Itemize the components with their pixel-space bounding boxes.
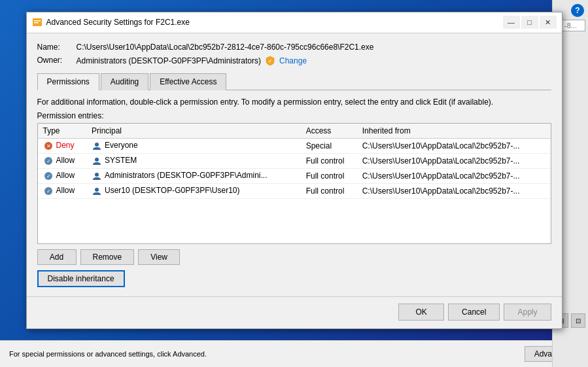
svg-text:✓: ✓ — [46, 188, 50, 194]
svg-text:✓: ✓ — [268, 59, 272, 63]
tab-auditing[interactable]: Auditing — [101, 73, 148, 90]
section-label: Permission entries: — [37, 111, 551, 120]
advanced-security-dialog: Advanced Security Settings for F2C1.exe … — [26, 12, 562, 330]
cell-principal: Administrators (DESKTOP-G0PF3PF\Admini..… — [86, 169, 301, 184]
minimize-button[interactable]: — — [503, 16, 520, 29]
bg-bar-text: For special permissions or advanced sett… — [9, 350, 207, 358]
cell-inherited: C:\Users\User10\AppData\Local\2bc952b7-.… — [357, 139, 551, 154]
cancel-button[interactable]: Cancel — [448, 304, 500, 321]
col-inherited: Inherited from — [357, 124, 551, 139]
svg-point-15 — [95, 188, 99, 192]
svg-point-12 — [95, 173, 99, 177]
svg-point-6 — [95, 143, 99, 147]
table-header-row: Type Principal Access Inherited from — [38, 124, 551, 139]
cell-principal: SYSTEM — [86, 154, 301, 169]
cell-inherited: C:\Users\User10\AppData\Local\2bc952b7-.… — [357, 154, 551, 169]
help-button[interactable]: ? — [571, 4, 584, 17]
tab-bar: Permissions Auditing Effective Access — [37, 73, 551, 90]
view-button[interactable]: View — [138, 249, 180, 265]
cell-access: Full control — [301, 154, 357, 169]
add-button[interactable]: Add — [37, 249, 77, 265]
close-button[interactable]: ✕ — [540, 16, 557, 29]
cell-type: ✓ Allow — [38, 154, 87, 169]
change-link[interactable]: Change — [279, 56, 307, 65]
cell-access: Full control — [301, 184, 357, 199]
window-icon — [32, 17, 43, 27]
cell-principal: User10 (DESKTOP-G0PF3PF\User10) — [86, 184, 301, 199]
svg-point-9 — [95, 158, 99, 162]
apply-button[interactable]: Apply — [504, 304, 551, 321]
owner-value: Administrators (DESKTOP-G0PF3PF\Administ… — [77, 56, 262, 65]
svg-rect-2 — [34, 22, 39, 24]
cell-type: ✓ Allow — [38, 169, 87, 184]
cell-type: ✓ Allow — [38, 184, 87, 199]
table-row[interactable]: ✓ Allow SYSTEMFull controlC:\Users\User1… — [38, 154, 551, 169]
maximize-button[interactable]: □ — [521, 16, 538, 29]
permissions-table-container[interactable]: Type Principal Access Inherited from ✕ D… — [37, 123, 551, 244]
col-type: Type — [38, 124, 87, 139]
remove-button[interactable]: Remove — [80, 249, 135, 265]
dialog-content: Name: C:\Users\User10\AppData\Local\2bc9… — [27, 33, 562, 297]
disable-inheritance-button[interactable]: Disable inheritance — [37, 270, 125, 287]
cell-type: ✕ Deny — [38, 139, 87, 154]
cell-inherited: C:\Users\User10\AppData\Local\2bc952b7-.… — [357, 169, 551, 184]
name-value: C:\Users\User10\AppData\Local\2bc952b7-2… — [77, 43, 374, 52]
shield-icon: ✓ — [265, 56, 275, 66]
cell-access: Full control — [301, 169, 357, 184]
tab-permissions[interactable]: Permissions — [37, 73, 99, 90]
cell-access: Special — [301, 139, 357, 154]
svg-text:✕: ✕ — [46, 143, 50, 149]
tab-description: For additional information, double-click… — [37, 97, 551, 108]
side-icon-list[interactable]: ⊡ — [571, 313, 585, 328]
table-row[interactable]: ✕ Deny EveryoneSpecialC:\Users\User10\Ap… — [38, 139, 551, 154]
name-row: Name: C:\Users\User10\AppData\Local\2bc9… — [37, 43, 551, 52]
title-bar: Advanced Security Settings for F2C1.exe … — [27, 12, 562, 33]
owner-row: Owner: Administrators (DESKTOP-G0PF3PF\A… — [37, 56, 551, 66]
name-label: Name: — [37, 43, 77, 52]
bg-window-bar: For special permissions or advanced sett… — [0, 340, 588, 367]
table-row[interactable]: ✓ Allow Administrators (DESKTOP-G0PF3PF\… — [38, 169, 551, 184]
svg-rect-1 — [34, 20, 41, 22]
permissions-table: Type Principal Access Inherited from ✕ D… — [38, 124, 551, 199]
permission-action-buttons: Add Remove View — [37, 249, 551, 265]
table-row[interactable]: ✓ Allow User10 (DESKTOP-G0PF3PF\User10)F… — [38, 184, 551, 199]
col-access: Access — [301, 124, 357, 139]
svg-text:✓: ✓ — [46, 158, 50, 164]
dialog-footer: OK Cancel Apply — [27, 296, 562, 328]
owner-label: Owner: — [37, 56, 77, 65]
col-principal: Principal — [86, 124, 301, 139]
cell-inherited: C:\Users\User10\AppData\Local\2bc952b7-.… — [357, 184, 551, 199]
window-title: Advanced Security Settings for F2C1.exe — [46, 18, 190, 27]
tab-effective-access[interactable]: Effective Access — [150, 73, 226, 90]
ok-button[interactable]: OK — [398, 304, 444, 321]
search-input[interactable] — [562, 20, 585, 31]
svg-text:✓: ✓ — [46, 173, 50, 179]
cell-principal: Everyone — [86, 139, 301, 154]
